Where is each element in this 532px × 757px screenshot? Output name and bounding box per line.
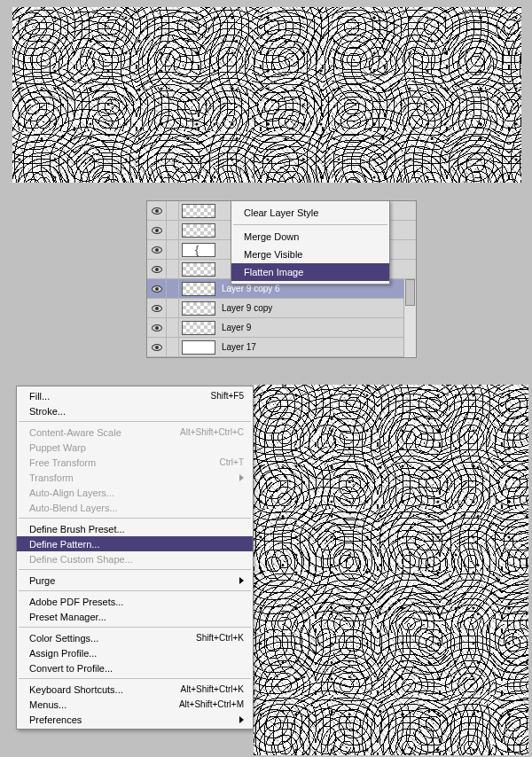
visibility-toggle[interactable] <box>147 240 167 260</box>
eye-icon <box>152 227 162 234</box>
layer-thumbnail[interactable] <box>182 321 215 335</box>
menu-item[interactable]: Assign Profile... <box>17 645 253 660</box>
link-cell <box>167 221 179 240</box>
menu-item-label: Assign Profile... <box>29 648 97 659</box>
menu-separator <box>19 590 251 591</box>
visibility-toggle[interactable] <box>147 338 167 357</box>
visibility-toggle[interactable] <box>147 201 167 221</box>
menu-item[interactable]: Color Settings...Shift+Ctrl+K <box>17 630 253 645</box>
menu-item[interactable]: Preferences <box>17 712 253 727</box>
link-cell <box>167 299 179 318</box>
layer-name-label[interactable]: Layer 9 <box>218 323 251 332</box>
menu-shortcut: Shift+Ctrl+K <box>196 633 244 643</box>
menu-item[interactable]: Purge <box>17 573 253 588</box>
menu-item-label: Auto-Align Layers... <box>29 488 114 498</box>
menu-item[interactable]: Adobe PDF Presets... <box>17 594 253 609</box>
layer-row[interactable]: Layer 9 copy <box>147 299 416 318</box>
layer-row[interactable]: Layer 9 <box>147 318 416 338</box>
eye-icon <box>152 344 162 351</box>
menu-shortcut: Alt+Shift+Ctrl+K <box>181 684 244 694</box>
menu-item[interactable]: Clear Layer Style <box>231 204 389 222</box>
menu-item[interactable]: Keyboard Shortcuts...Alt+Shift+Ctrl+K <box>17 682 253 697</box>
submenu-arrow-icon <box>239 474 244 481</box>
menu-item: Transform <box>17 470 253 485</box>
menu-separator <box>19 518 251 519</box>
pattern-preview <box>254 385 528 755</box>
menu-item[interactable]: Flatten Image <box>231 263 389 281</box>
menu-item-label: Auto-Blend Layers... <box>29 503 118 513</box>
link-cell <box>167 240 179 260</box>
menu-shortcut: Ctrl+T <box>220 457 245 467</box>
menu-separator <box>233 224 387 225</box>
menu-item-label: Menus... <box>29 699 66 710</box>
menu-item-label: Keyboard Shortcuts... <box>29 684 123 695</box>
submenu-arrow-icon <box>239 716 244 723</box>
pattern-preview <box>12 7 521 183</box>
menu-separator <box>19 627 251 628</box>
menu-item-label: Adobe PDF Presets... <box>29 597 123 607</box>
layer-thumbnail[interactable] <box>182 223 215 238</box>
layer-thumbnail[interactable] <box>182 262 215 277</box>
menu-item-label: Define Custom Shape... <box>29 554 133 565</box>
menu-item-label: Define Pattern... <box>29 539 100 550</box>
menu-item[interactable]: Stroke... <box>17 403 253 418</box>
layer-thumbnail[interactable] <box>182 282 215 296</box>
document-canvas-top[interactable] <box>12 7 521 183</box>
menu-item[interactable]: Merge Visible <box>231 246 389 263</box>
visibility-toggle[interactable] <box>147 260 167 279</box>
visibility-toggle[interactable] <box>147 299 167 318</box>
menu-shortcut: Alt+Shift+Ctrl+C <box>180 427 244 437</box>
menu-item-label: Preferences <box>29 714 82 725</box>
menu-item: Content-Aware ScaleAlt+Shift+Ctrl+C <box>17 425 253 440</box>
menu-item[interactable]: Merge Down <box>231 228 389 246</box>
layer-row[interactable]: Layer 17 <box>147 338 416 357</box>
layer-thumbnail[interactable] <box>182 301 215 316</box>
menu-item-label: Stroke... <box>29 406 66 417</box>
menu-item[interactable]: Define Brush Preset... <box>17 521 253 536</box>
layer-name-label[interactable]: Layer 17 <box>218 342 256 352</box>
menu-separator <box>19 678 251 679</box>
link-cell <box>167 201 179 221</box>
layers-scrollbar[interactable] <box>403 279 416 357</box>
menu-item[interactable]: Preset Manager... <box>17 609 253 624</box>
layer-context-menu[interactable]: Clear Layer StyleMerge DownMerge Visible… <box>231 200 390 285</box>
link-cell <box>167 338 179 357</box>
menu-shortcut: Alt+Shift+Ctrl+M <box>179 699 244 709</box>
menu-item-label: Convert to Profile... <box>29 663 113 674</box>
submenu-arrow-icon <box>239 577 244 584</box>
eye-icon <box>152 324 162 332</box>
menu-item: Puppet Warp <box>17 440 253 455</box>
eye-icon <box>152 207 162 215</box>
visibility-toggle[interactable] <box>147 221 167 240</box>
menu-item[interactable]: Define Pattern... <box>17 536 253 551</box>
menu-item-label: Transform <box>29 472 74 483</box>
menu-item-label: Color Settings... <box>29 633 98 644</box>
menu-item: Free TransformCtrl+T <box>17 455 253 470</box>
menu-item-label: Content-Aware Scale <box>29 427 121 438</box>
layer-name-label[interactable]: Layer 9 copy 6 <box>218 284 280 293</box>
visibility-toggle[interactable] <box>147 318 167 338</box>
scrollbar-thumb[interactable] <box>405 279 415 306</box>
visibility-toggle[interactable] <box>147 279 167 299</box>
link-cell <box>167 318 179 338</box>
link-cell <box>167 279 179 299</box>
layer-thumbnail[interactable] <box>182 204 215 218</box>
menu-item-label: Define Brush Preset... <box>29 524 125 535</box>
layer-thumbnail[interactable] <box>182 243 215 257</box>
eye-icon <box>152 305 162 312</box>
menu-item[interactable]: Convert to Profile... <box>17 660 253 675</box>
document-canvas-bottom[interactable] <box>254 385 528 755</box>
eye-icon <box>152 285 162 293</box>
menu-separator <box>19 569 251 570</box>
menu-item-label: Fill... <box>29 391 50 402</box>
eye-icon <box>152 266 162 273</box>
menu-separator <box>19 421 251 422</box>
menu-item[interactable]: Menus...Alt+Shift+Ctrl+M <box>17 697 253 712</box>
layer-name-label[interactable]: Layer 9 copy <box>218 303 272 313</box>
menu-item[interactable]: Fill...Shift+F5 <box>17 388 253 403</box>
eye-icon <box>152 246 162 254</box>
layer-thumbnail[interactable] <box>182 340 215 355</box>
link-cell <box>167 260 179 279</box>
menu-item-label: Purge <box>29 575 55 586</box>
edit-menu[interactable]: Fill...Shift+F5Stroke...Content-Aware Sc… <box>16 386 254 730</box>
